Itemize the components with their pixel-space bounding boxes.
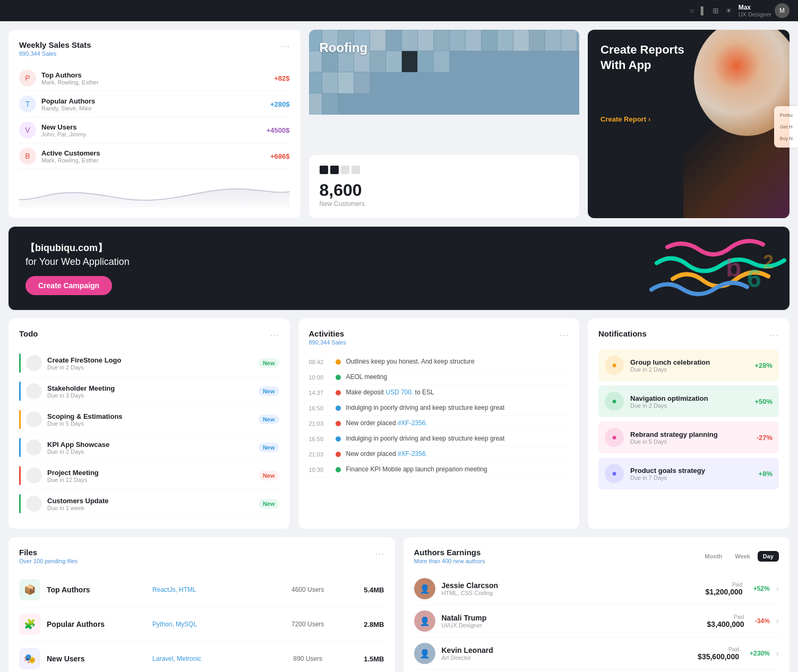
todo-item-info: Project Meeting Due in 12 Days [47,469,253,483]
author-change: -34% [755,617,770,625]
svg-rect-10 [433,30,449,51]
todo-badge: New [259,499,279,509]
author-avatar: 👤 [414,578,435,599]
todo-item-info: KPI App Showcase Due in 2 Days [47,441,253,455]
todo-avatar [26,411,42,427]
notif-due: Due in 5 Days [630,438,750,445]
files-title: Files [19,548,78,557]
activity-dot [336,436,341,442]
file-size: 2.8MB [364,621,384,628]
middle-column: Roofing 8,600 New Customers [309,30,580,218]
activity-text: Outlines keep you honest. And keep struc… [346,358,569,365]
author-chevron-icon[interactable]: › [776,649,779,658]
user-role: UX Designer [739,11,771,18]
signal-icon[interactable]: ▌ [701,6,706,15]
notification-item: ● Navigation optimization Due in 2 Days … [598,385,779,417]
notif-value: +50% [754,398,773,406]
svg-rect-18 [561,30,577,51]
weekly-sales-menu[interactable]: ⋯ [280,40,290,52]
file-name: Popular Authors [47,620,146,628]
weekly-sales-title: Weekly Sales Stats [19,40,91,49]
todo-priority-line [19,494,21,513]
author-chevron-icon[interactable]: › [776,616,779,626]
todo-list-item: Create FireStone Logo Due in 2 Days New [19,349,279,377]
stat-authors: John, Pat, Jimmy [41,131,261,137]
activity-time: 21:03 [309,451,330,458]
activity-time: 10:00 [309,374,330,381]
user-info: Max UX Designer M [739,3,790,18]
weekly-sales-card: Weekly Sales Stats 890,344 Sales ⋯ P Top… [8,30,301,218]
author-paid-label: Paid [698,647,739,652]
activity-list-item: 14:37 Make deposit USD 700. to ESL [309,385,569,400]
svg-rect-27 [401,51,417,72]
todo-item-name: Project Meeting [47,469,253,477]
notif-icon: ● [605,356,624,375]
period-month[interactable]: Month [699,551,727,562]
todo-priority-line [19,438,21,457]
activity-link[interactable]: #XF-2356. [398,450,427,458]
earnings-title: Authors Earnings [414,548,485,557]
author-role: UI/UX Designer [442,622,701,628]
author-earnings-item: 👤 Jessie Clarcson HTML, CSS Coding Paid … [414,573,779,605]
author-avatar: 👤 [414,643,435,664]
todo-menu[interactable]: ⋯ [270,329,279,341]
todo-item-name: Create FireStone Logo [47,356,253,364]
author-paid-block: Paid $35,600,000 [698,647,739,661]
search-icon[interactable]: ○ [690,6,694,15]
notifications-card: Notifications ⋯ ● Group lunch celebratio… [588,318,790,529]
activities-menu[interactable]: ⋯ [559,329,569,341]
author-paid-block: Paid $1,200,000 [706,582,743,596]
todo-badge: New [259,415,279,424]
stat-value: +686$ [270,152,290,160]
notif-icon: ● [605,464,624,483]
activity-link[interactable]: #XF-2356. [398,419,427,427]
notif-name: Rebrand strategy planning [630,430,750,438]
stat-value: +280$ [270,100,290,108]
create-campaign-button[interactable]: Create Campaign [25,276,112,295]
author-paid-label: Paid [706,582,743,588]
svg-rect-11 [449,30,465,51]
main-content: Weekly Sales Stats 890,344 Sales ⋯ P Top… [0,21,798,672]
svg-rect-7 [385,30,401,51]
activity-time: 08:42 [309,359,330,365]
period-week[interactable]: Week [730,551,756,562]
todo-list-item: KPI App Showcase Due in 2 Days New [19,434,279,462]
square-light2 [351,166,360,174]
author-info: Kevin Leonard Art Director [442,646,692,661]
grid-icon[interactable]: ⊞ [713,6,719,15]
files-menu[interactable]: ⋯ [375,548,384,559]
notifications-menu[interactable]: ⋯ [769,329,779,341]
notif-value: +28% [754,361,773,369]
files-subtitle: Over 100 pending files [19,558,78,564]
svg-rect-33 [338,72,354,93]
activity-time: 21:03 [309,420,330,427]
stat-name: Active Customers [41,149,265,157]
todo-priority-line [19,410,21,429]
todo-avatar [26,468,42,484]
notif-icon: ● [605,392,624,411]
file-tech: ReactJs, HTML [152,586,252,593]
create-report-link[interactable]: Create Report › [600,115,777,123]
todo-avatar [26,440,42,455]
activity-dot [336,452,341,457]
brightness-icon[interactable]: ☀ [725,6,732,15]
activity-time: 16:50 [309,436,330,442]
row-3: Todo ⋯ Create FireStone Logo Due in 2 Da… [8,318,790,529]
notification-item: ● Group lunch celebration Due in 2 Days … [598,349,779,381]
user-avatar[interactable]: M [775,3,790,18]
activity-link[interactable]: USD 700. [385,389,413,396]
stat-item: T Popular Authors Randy, Steve, Mike +28… [19,91,290,117]
author-role: HTML, CSS Coding [442,590,699,596]
todo-card: Todo ⋯ Create FireStone Logo Due in 2 Da… [8,318,290,529]
notification-items: ● Group lunch celebration Due in 2 Days … [598,349,779,489]
activity-dot [336,421,341,426]
stat-info: Top Authors Mark, Rowling, Esther [41,71,269,85]
period-day[interactable]: Day [758,551,779,562]
todo-item-due: Due in 3 Days [47,392,253,399]
svg-rect-37 [322,93,338,115]
top-navigation: ○ ▌ ⊞ ☀ Max UX Designer M [0,0,798,21]
author-chevron-icon[interactable]: › [776,584,779,593]
customer-squares [320,166,569,174]
activity-list-item: 10:30 Finance KPI Mobile app launch prep… [309,462,569,477]
campaign-banner: 【biqubiqu.com】 for Your Web Application … [8,227,790,310]
